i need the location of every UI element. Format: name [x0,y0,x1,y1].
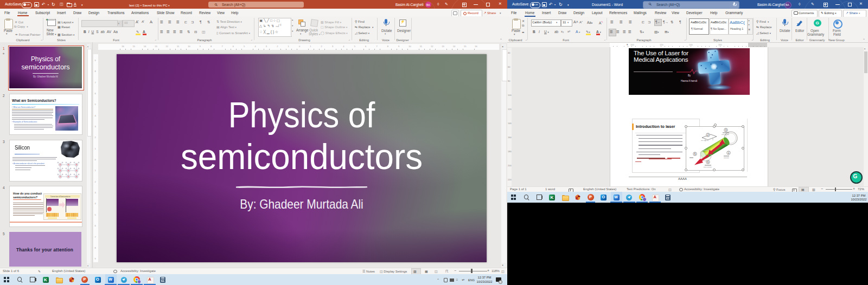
svg-text:laser pumping: laser pumping [701,140,709,141]
svg-text:end reflector: end reflector [722,134,729,135]
svg-text:oscillator: oscillator [724,157,729,159]
svg-text:semi reflector: semi reflector [704,166,712,168]
